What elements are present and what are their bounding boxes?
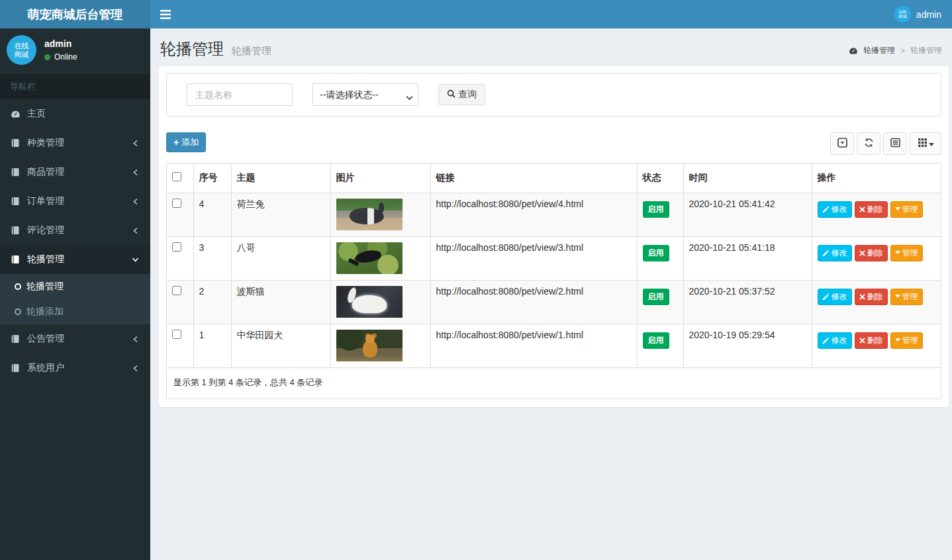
sidebar-user-panel: 在线商城 admin Online: [0, 28, 150, 74]
chevron-left-icon: [130, 227, 140, 234]
row-link: http://localhost:8080/pet/view/2.html: [430, 280, 637, 324]
delete-button[interactable]: 删除: [855, 201, 888, 218]
sidebar-item-home[interactable]: 主页: [0, 99, 150, 128]
table-row: 2 波斯猫 http://localhost:8080/pet/view/2.h…: [167, 280, 941, 324]
user-status: Online: [44, 52, 77, 62]
book-icon: [10, 363, 21, 373]
add-button[interactable]: + 添加: [166, 132, 206, 152]
search-panel: --请选择状态-- 查询: [166, 73, 941, 117]
chevron-left-icon: [130, 365, 140, 372]
manage-button[interactable]: 管理: [890, 332, 923, 349]
navbar-main: 在线商城 admin: [150, 0, 952, 28]
select-all-checkbox[interactable]: [172, 172, 181, 181]
row-theme: 波斯猫: [231, 280, 330, 324]
status-badge: 启用: [643, 332, 669, 349]
table-header-row: 序号 主题 图片 链接 状态 时间 操作: [167, 163, 941, 193]
column-header-ops: 操作: [812, 163, 941, 193]
sidebar-item-category[interactable]: 种类管理: [0, 128, 150, 158]
sidebar: 在线商城 admin Online 导航栏 主页 种类管理 商品管理: [0, 28, 150, 560]
row-image: [336, 199, 403, 230]
row-checkbox[interactable]: [172, 330, 181, 339]
manage-button[interactable]: 管理: [890, 289, 923, 305]
refresh-button[interactable]: [857, 132, 881, 155]
detail-view-icon: [890, 138, 900, 150]
sidebar-item-orders[interactable]: 订单管理: [0, 187, 150, 216]
manage-button[interactable]: 管理: [890, 245, 923, 261]
row-time: 2020-10-21 05:41:18: [683, 236, 812, 280]
status-badge: 启用: [643, 201, 669, 218]
sidebar-item-goods[interactable]: 商品管理: [0, 158, 150, 187]
breadcrumb: 轮播管理 > 轮播管理: [849, 45, 942, 56]
submenu-item-carousel-manage[interactable]: 轮播管理: [0, 274, 150, 299]
column-header-theme: 主题: [231, 163, 330, 193]
column-header-image: 图片: [330, 163, 430, 193]
column-header-status: 状态: [637, 163, 683, 193]
edit-button[interactable]: 修改: [818, 201, 852, 218]
breadcrumb-home[interactable]: 轮播管理: [863, 45, 895, 56]
column-header-link: 链接: [430, 163, 637, 193]
edit-button[interactable]: 修改: [818, 289, 852, 305]
row-theme: 八哥: [231, 236, 330, 280]
navbar-user-menu[interactable]: 在线商城 admin: [884, 0, 952, 28]
delete-button[interactable]: 删除: [855, 332, 888, 349]
dashboard-icon: [849, 46, 858, 56]
pagination-toggle-button[interactable]: [830, 132, 854, 155]
status-select[interactable]: --请选择状态--: [312, 83, 418, 106]
detail-view-button[interactable]: [883, 132, 907, 155]
circle-o-icon: [15, 283, 21, 290]
avatar: 在线商城: [7, 35, 36, 65]
sidebar-item-carousel[interactable]: 轮播管理: [0, 245, 150, 274]
avatar: 在线商城: [894, 6, 911, 23]
theme-name-input[interactable]: [187, 83, 293, 106]
chevron-down-icon: [130, 257, 140, 263]
pagination-summary: 显示第 1 到第 4 条记录，总共 4 条记录: [167, 368, 941, 398]
caret-square-down-icon: [837, 138, 847, 150]
columns-dropdown-button[interactable]: [910, 132, 941, 155]
row-id: 2: [193, 280, 231, 324]
carousel-submenu: 轮播管理 轮播添加: [0, 274, 150, 324]
chevron-left-icon: [130, 140, 140, 147]
search-icon: [447, 89, 455, 100]
carousel-table: 序号 主题 图片 链接 状态 时间 操作 4 荷兰兔: [167, 163, 941, 368]
app-logo[interactable]: 萌宠商城后台管理: [0, 0, 150, 28]
chevron-left-icon: [130, 198, 140, 205]
edit-button[interactable]: 修改: [818, 245, 852, 261]
delete-button[interactable]: 删除: [855, 245, 888, 261]
row-time: 2020-10-21 05:37:52: [683, 280, 812, 324]
sidebar-toggle-button[interactable]: [150, 0, 180, 28]
query-button[interactable]: 查询: [438, 84, 485, 105]
caret-down-icon: [929, 139, 934, 149]
book-icon: [10, 167, 21, 177]
row-id: 1: [193, 324, 231, 367]
refresh-icon: [864, 138, 874, 150]
delete-button[interactable]: 删除: [855, 289, 888, 305]
book-icon: [10, 138, 21, 148]
row-link: http://localhost:8080/pet/view/1.html: [430, 324, 637, 367]
sidebar-section-label: 导航栏: [0, 74, 150, 99]
table-row: 4 荷兰兔 http://localhost:8080/pet/view/4.h…: [167, 193, 941, 236]
row-link: http://localhost:8080/pet/view/3.html: [430, 236, 637, 280]
carousel-table-container: 序号 主题 图片 链接 状态 时间 操作 4 荷兰兔: [166, 163, 941, 399]
circle-o-icon: [15, 308, 21, 315]
row-image: [336, 242, 403, 274]
sidebar-item-system-users[interactable]: 系统用户: [0, 353, 150, 383]
column-header-time: 时间: [683, 163, 812, 193]
edit-button[interactable]: 修改: [818, 332, 852, 349]
content-area: 轮播管理 轮播管理 轮播管理 > 轮播管理 --请选择状态--: [150, 28, 952, 560]
sidebar-item-notice[interactable]: 公告管理: [0, 324, 150, 353]
row-checkbox[interactable]: [172, 199, 181, 208]
row-checkbox[interactable]: [172, 242, 181, 252]
online-dot-icon: [44, 54, 50, 60]
row-checkbox[interactable]: [172, 286, 181, 295]
chevron-left-icon: [130, 169, 140, 176]
row-id: 4: [193, 193, 231, 236]
breadcrumb-separator: >: [900, 46, 905, 56]
submenu-item-carousel-add[interactable]: 轮播添加: [0, 299, 150, 324]
manage-button[interactable]: 管理: [890, 201, 923, 218]
status-select-wrap: --请选择状态--: [312, 83, 418, 106]
row-id: 3: [193, 236, 231, 280]
book-icon: [10, 197, 21, 206]
sidebar-item-comments[interactable]: 评论管理: [0, 216, 150, 245]
row-image: [336, 286, 403, 318]
page-subtitle: 轮播管理: [232, 45, 271, 56]
